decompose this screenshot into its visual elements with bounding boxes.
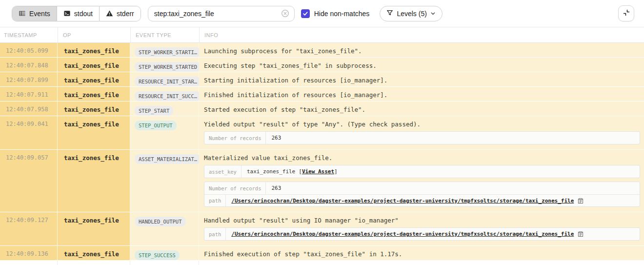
event-type-badge: STEP_START <box>135 106 173 116</box>
metadata-entry: path/Users/erincochran/Desktop/dagster-e… <box>204 228 640 240</box>
table-row[interactable]: 12:40:09.127taxi_zones_fileHANDLED_OUTPU… <box>0 212 644 246</box>
event-info-cell: Yielded output "result" of type "Any". (… <box>199 116 644 149</box>
event-info-cell: Handled output "result" using IO manager… <box>199 212 644 245</box>
event-type-badge: STEP_OUTPUT <box>135 121 177 130</box>
event-op-name: taxi_zones_file <box>58 246 130 260</box>
fill-cell <box>58 261 130 265</box>
metadata-label: Number of records <box>204 132 266 144</box>
hide-non-matches-toggle[interactable]: Hide non-matches <box>301 9 370 18</box>
event-op-name: taxi_zones_file <box>58 212 130 245</box>
log-filter-searchbox <box>148 6 295 21</box>
event-op-name: taxi_zones_file <box>58 58 130 72</box>
table-icon <box>19 10 26 17</box>
event-timestamp: 12:40:09.136 <box>0 246 58 260</box>
metadata-value-text: 263 <box>271 185 281 191</box>
event-timestamp: 12:40:09.057 <box>0 150 58 212</box>
table-row[interactable]: 12:40:09.136taxi_zones_fileSTEP_SUCCESSF… <box>0 246 644 261</box>
log-filter-input[interactable] <box>154 10 281 18</box>
table-bottom-fill <box>0 261 644 265</box>
table-row[interactable]: 12:40:07.958taxi_zones_fileSTEP_STARTSta… <box>0 102 644 116</box>
table-row[interactable]: 12:40:07.899taxi_zones_fileRESOURCE_INIT… <box>0 72 644 87</box>
log-toolbar: Events stdout stderr Hide non-matches <box>0 0 644 27</box>
event-timestamp: 12:40:07.958 <box>0 102 58 116</box>
column-header-event-type: EVENT TYPE <box>130 27 199 43</box>
table-row[interactable]: 12:40:09.041taxi_zones_fileSTEP_OUTPUTYi… <box>0 116 644 150</box>
metadata-entry: Number of records263 <box>204 182 640 194</box>
metadata-label: path <box>204 228 226 240</box>
event-message: Handled output "result" using IO manager… <box>204 217 640 224</box>
event-type-cell: STEP_WORKER_STARTI… <box>130 43 199 57</box>
event-timestamp: 12:40:07.911 <box>0 87 58 101</box>
event-type-badge: RESOURCE_INIT_SUCC… <box>135 91 201 101</box>
metadata-label: Number of records <box>204 182 266 194</box>
metadata-entry: asset_keytaxi_zones_file[View Asset] <box>204 165 640 178</box>
table-row[interactable]: 12:40:07.911taxi_zones_fileRESOURCE_INIT… <box>0 87 644 102</box>
event-type-cell: STEP_WORKER_STARTED <box>130 58 199 72</box>
metadata-value: 263 <box>266 182 286 194</box>
column-header-info: INFO <box>199 27 644 43</box>
event-message: Started execution of step "taxi_zones_fi… <box>204 106 640 113</box>
event-timestamp: 12:40:07.848 <box>0 58 58 72</box>
chevron-down-icon <box>430 10 436 18</box>
metadata-table: path/Users/erincochran/Desktop/dagster-e… <box>204 227 640 241</box>
levels-filter-button[interactable]: Levels (5) <box>380 6 442 21</box>
event-info-cell: Finished execution of step "taxi_zones_f… <box>199 246 644 260</box>
hide-non-matches-label: Hide non-matches <box>314 10 370 18</box>
event-type-badge: STEP_WORKER_STARTED <box>135 62 201 72</box>
event-timestamp: 12:40:07.899 <box>0 72 58 86</box>
metadata-value-text: 263 <box>271 135 281 141</box>
event-op-name: taxi_zones_file <box>58 150 130 212</box>
tab-stdout-label: stdout <box>74 10 93 18</box>
tab-stdout[interactable]: stdout <box>57 6 100 21</box>
event-table-header: TIMESTAMP OP EVENT TYPE INFO <box>0 27 644 43</box>
event-timestamp: 12:40:09.127 <box>0 212 58 245</box>
event-type-badge: HANDLED_OUTPUT <box>135 217 186 226</box>
event-type-cell: ASSET_MATERIALIZAT… <box>130 150 199 212</box>
metadata-label: path <box>204 195 226 206</box>
event-info-cell: Executing step "taxi_zones_file" in subp… <box>199 58 644 72</box>
levels-filter-label: Levels (5) <box>397 10 426 18</box>
log-view-tabs: Events stdout stderr <box>12 6 141 21</box>
event-info-cell: Launching subprocess for "taxi_zones_fil… <box>199 43 644 57</box>
clear-search-icon[interactable] <box>281 9 289 18</box>
path-link[interactable]: /Users/erincochran/Desktop/dagster-examp… <box>231 231 574 237</box>
event-message: Finished initialization of resources [io… <box>204 91 640 99</box>
event-message: Launching subprocess for "taxi_zones_fil… <box>204 47 640 55</box>
event-type-cell: STEP_SUCCESS <box>130 246 199 260</box>
table-row[interactable]: 12:40:07.848taxi_zones_fileSTEP_WORKER_S… <box>0 58 644 72</box>
event-type-cell: RESOURCE_INIT_SUCC… <box>130 87 199 101</box>
metadata-value: 263 <box>266 132 286 144</box>
tab-stderr[interactable]: stderr <box>100 6 141 21</box>
checkbox-checked-icon[interactable] <box>301 9 310 18</box>
metadata-table: Number of records263path/Users/erincochr… <box>204 182 640 207</box>
event-type-badge: RESOURCE_INIT_STAR… <box>135 77 201 86</box>
metadata-value: taxi_zones_file[View Asset] <box>242 165 343 178</box>
metadata-entry: Number of records263 <box>204 132 640 144</box>
event-table-body: 12:40:05.099taxi_zones_fileSTEP_WORKER_S… <box>0 43 644 265</box>
metadata-label: asset_key <box>204 165 242 178</box>
metadata-bracket-text: [View Asset] <box>299 168 337 175</box>
event-op-name: taxi_zones_file <box>58 43 130 57</box>
event-op-name: taxi_zones_file <box>58 116 130 149</box>
tab-stderr-label: stderr <box>117 10 134 18</box>
path-link[interactable]: /Users/erincochran/Desktop/dagster-examp… <box>231 198 574 204</box>
event-info-cell: Materialized value taxi_zones_file.asset… <box>199 150 644 212</box>
column-header-timestamp: TIMESTAMP <box>0 27 58 43</box>
event-message: Materialized value taxi_zones_file. <box>204 154 640 162</box>
copy-icon[interactable] <box>577 197 584 204</box>
event-type-badge: STEP_WORKER_STARTI… <box>135 47 201 57</box>
fill-cell <box>199 261 644 265</box>
metadata-entry: path/Users/erincochran/Desktop/dagster-e… <box>204 194 640 206</box>
collapse-panel-button[interactable] <box>618 5 634 21</box>
event-type-badge: ASSET_MATERIALIZAT… <box>135 154 201 164</box>
view-asset-link[interactable]: View Asset <box>302 168 334 175</box>
event-type-cell: RESOURCE_INIT_STAR… <box>130 72 199 86</box>
table-row[interactable]: 12:40:05.099taxi_zones_fileSTEP_WORKER_S… <box>0 43 644 58</box>
event-message: Yielded output "result" of type "Any". (… <box>204 121 640 128</box>
fill-cell <box>0 261 58 265</box>
table-row[interactable]: 12:40:09.057taxi_zones_fileASSET_MATERIA… <box>0 150 644 212</box>
event-type-badge: STEP_SUCCESS <box>135 250 180 260</box>
tab-events[interactable]: Events <box>12 6 57 21</box>
metadata-table: Number of records263 <box>204 131 640 144</box>
copy-icon[interactable] <box>577 230 584 238</box>
